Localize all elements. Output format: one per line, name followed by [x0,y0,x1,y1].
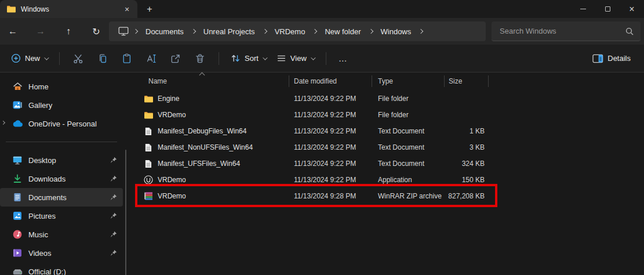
file-row-vrdemo-application[interactable]: VRDemo 11/13/2024 9:22 PM Application 15… [137,172,644,188]
sort-button[interactable]: Sort [225,50,271,67]
chevron-right-icon[interactable] [133,29,138,34]
view-button[interactable]: View [271,50,319,67]
window-controls: × [571,0,644,18]
new-button[interactable]: New [6,50,53,67]
minimize-button[interactable] [571,0,595,18]
search-box [492,21,641,41]
close-button[interactable]: × [620,0,644,18]
sidebar-item-label: Desktop [28,156,56,165]
file-date: 11/13/2024 9:22 PM [289,127,372,135]
tab-close-icon[interactable]: × [121,3,133,15]
rename-button[interactable] [139,49,163,68]
sidebar-item-label: Music [28,230,48,239]
column-header-name[interactable]: Name [137,75,289,87]
search-icon[interactable] [625,27,634,35]
chevron-down-icon [263,55,267,60]
chevron-down-icon [311,55,315,60]
sidebar-item-home[interactable]: Home [0,77,123,96]
sidebar-item-label: Documents [28,193,67,202]
explorer-tab[interactable]: Windows × [0,0,137,18]
details-button-label: Details [607,54,631,63]
onedrive-icon [12,120,23,127]
view-lines-icon [276,53,286,63]
back-button[interactable]: ← [4,23,21,39]
file-date: 11/13/2024 9:22 PM [289,176,372,184]
this-pc-icon[interactable] [118,27,129,36]
search-input[interactable] [492,27,625,35]
column-header-date-modified[interactable]: Date modified [289,75,372,87]
column-header-size[interactable]: Size [445,75,489,87]
file-size: 150 KB [445,176,489,184]
maximize-button[interactable] [595,0,620,18]
up-button[interactable]: ↑ [60,23,77,39]
file-row-vrdemo-folder[interactable]: VRDemo 11/13/2024 9:22 PM File folder [137,107,644,123]
pin-icon [110,249,117,256]
sidebar-item-music[interactable]: Music [0,225,123,244]
refresh-button[interactable]: ↻ [88,23,105,39]
file-name: VRDemo [158,111,186,119]
cut-button[interactable] [66,49,90,68]
sidebar-scrollbar[interactable] [125,150,126,275]
delete-button[interactable] [188,49,212,68]
paste-button[interactable] [115,49,139,68]
text-document-icon [143,143,153,153]
plus-circle-icon [11,53,21,63]
sidebar-item-label: Pictures [28,212,56,220]
file-row-manifest-nonufsfiles[interactable]: Manifest_NonUFSFiles_Win64 11/13/2024 9:… [137,139,644,155]
toolbar-separator [326,52,326,65]
file-size: 3 KB [445,143,489,151]
sidebar-item-onedrive[interactable]: OneDrive - Personal [0,114,123,133]
breadcrumb-item[interactable]: Documents [141,25,188,38]
pin-icon [110,194,117,201]
folder-icon [143,94,153,104]
downloads-icon [12,174,23,183]
new-tab-button[interactable]: + [143,3,156,16]
home-icon [12,82,23,91]
sidebar-item-label: OneDrive - Personal [28,120,97,128]
sidebar-item-gallery[interactable]: Gallery [0,96,123,114]
new-button-label: New [25,54,40,63]
sidebar-item-downloads[interactable]: Downloads [0,169,123,188]
sort-arrows-icon [231,53,241,63]
sidebar: Home Gallery OneDrive - Personal [0,73,123,275]
chevron-right-icon[interactable] [368,29,373,34]
file-row-manifest-ufsfiles[interactable]: Manifest_UFSFiles_Win64 11/13/2024 9:22 … [137,155,644,172]
breadcrumb-item[interactable]: VRDemo [271,25,310,38]
command-toolbar: New Sort [0,45,644,73]
copy-button[interactable] [90,49,115,68]
view-button-label: View [290,54,307,63]
sidebar-item-videos[interactable]: Videos [0,244,123,262]
sidebar-item-desktop[interactable]: Desktop [0,151,123,169]
chevron-expand-icon[interactable] [1,121,5,125]
sidebar-divider [6,142,117,142]
breadcrumb-item[interactable]: Windows [377,25,416,38]
chevron-right-icon[interactable] [312,29,317,34]
pin-icon [110,157,117,164]
chevron-right-icon[interactable] [419,29,423,34]
videos-icon [12,248,23,258]
file-row-engine[interactable]: Engine 11/13/2024 9:22 PM File folder [137,91,644,107]
chevron-right-icon[interactable] [191,29,196,34]
breadcrumb-item[interactable]: Unreal Projects [199,25,259,38]
file-type: Text Document [372,160,445,168]
column-header-type[interactable]: Type [372,75,445,87]
breadcrumb-item[interactable]: New folder [321,25,365,38]
more-options-button[interactable]: … [333,50,354,67]
sidebar-item-pictures[interactable]: Pictures [0,207,123,225]
forward-button[interactable]: → [32,23,49,39]
details-button[interactable]: Details [587,50,636,67]
file-row-manifest-debugfiles[interactable]: Manifest_DebugFiles_Win64 11/13/2024 9:2… [137,123,644,139]
breadcrumb: Documents Unreal Projects VRDemo New fol… [109,21,486,41]
file-size: 324 KB [445,160,489,168]
maximize-icon [605,6,610,12]
share-button[interactable] [163,49,188,68]
pin-icon [110,212,117,219]
file-row-vrdemo-zip[interactable]: VRDemo 11/13/2024 9:28 PM WinRAR ZIP arc… [137,188,644,204]
chevron-right-icon[interactable] [262,29,267,34]
file-date: 11/13/2024 9:22 PM [289,160,372,168]
winrar-icon [143,191,153,201]
sidebar-item-drive-d[interactable]: Official (D:) [0,262,123,275]
file-date: 11/13/2024 9:22 PM [289,111,372,119]
sidebar-item-documents[interactable]: Documents [0,188,123,207]
file-type: WinRAR ZIP archive [372,192,445,200]
